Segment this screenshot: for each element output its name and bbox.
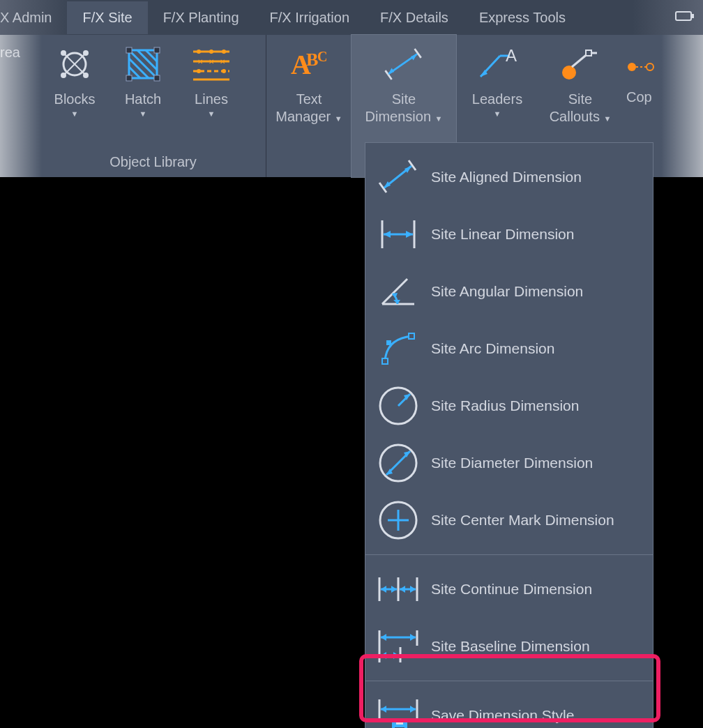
svg-rect-1	[692, 14, 694, 18]
continue-dimension-icon	[375, 566, 421, 612]
lines-label: Lines	[195, 91, 228, 108]
text-manager-button[interactable]: A B C TextManager ▼	[266, 35, 352, 177]
menu-label: Site Linear Dimension	[431, 226, 574, 243]
svg-marker-85	[410, 586, 416, 593]
menu-site-aligned-dimension[interactable]: Site Aligned Dimension	[365, 149, 653, 206]
menu-label: Site Arc Dimension	[431, 340, 554, 357]
lines-icon: ✕✕✕	[189, 42, 234, 86]
baseline-dimension-icon	[375, 623, 421, 669]
svg-rect-66	[386, 340, 391, 345]
tab-fx-irrigation[interactable]: F/X Irrigation	[255, 1, 365, 34]
dropdown-arrow-icon: ▼	[494, 109, 501, 118]
svg-point-48	[647, 63, 653, 70]
svg-marker-94	[393, 652, 399, 659]
svg-rect-65	[409, 333, 414, 339]
menu-site-center-mark-dimension[interactable]: Site Center Mark Dimension	[365, 492, 653, 549]
svg-point-25	[222, 50, 226, 54]
svg-marker-93	[381, 652, 386, 659]
save-dimension-style-icon	[375, 692, 421, 728]
svg-point-47	[628, 63, 636, 71]
svg-marker-58	[384, 231, 391, 238]
hatch-icon	[121, 42, 165, 86]
dropdown-arrow-icon: ▼	[208, 109, 216, 118]
svg-text:B: B	[306, 50, 318, 70]
svg-point-24	[209, 50, 213, 54]
panel-object-library: Blocks ▼	[40, 35, 266, 177]
menu-site-baseline-dimension[interactable]: Site Baseline Dimension	[365, 618, 653, 675]
linear-dimension-icon	[375, 211, 421, 257]
svg-rect-18	[154, 75, 160, 81]
svg-marker-82	[381, 586, 386, 593]
svg-rect-17	[126, 75, 132, 81]
blocks-label: Blocks	[54, 91, 96, 108]
panel-title-object-library: Object Library	[40, 150, 266, 177]
ribbon-tabs: X Admin F/X Site F/X Planting F/X Irriga…	[0, 0, 703, 35]
svg-marker-84	[400, 586, 405, 593]
center-mark-icon	[375, 497, 421, 543]
svg-rect-0	[676, 12, 691, 20]
site-dimension-icon	[381, 42, 426, 86]
menu-site-angular-dimension[interactable]: Site Angular Dimension	[365, 263, 653, 320]
menu-label: Site Baseline Dimension	[431, 638, 590, 655]
menu-site-radius-dimension[interactable]: Site Radius Dimension	[365, 377, 653, 434]
svg-rect-15	[126, 47, 132, 53]
svg-marker-38	[411, 54, 417, 60]
blocks-button[interactable]: Blocks ▼	[40, 35, 109, 150]
tab-fx-planting[interactable]: F/X Planting	[148, 1, 255, 34]
menu-save-dimension-style[interactable]: Save Dimension Style	[365, 687, 653, 728]
svg-text:C: C	[317, 49, 327, 64]
svg-marker-98	[381, 706, 386, 713]
menu-site-linear-dimension[interactable]: Site Linear Dimension	[365, 206, 653, 263]
lines-button[interactable]: ✕✕✕ Lines ▼	[177, 35, 245, 150]
menu-label: Site Continue Dimension	[431, 581, 592, 598]
diameter-dimension-icon	[375, 440, 421, 486]
radius-dimension-icon	[375, 383, 421, 429]
menu-site-diameter-dimension[interactable]: Site Diameter Dimension	[365, 434, 653, 492]
site-callouts-icon	[558, 42, 603, 86]
menu-site-continue-dimension[interactable]: Site Continue Dimension	[365, 561, 653, 618]
tab-fx-details[interactable]: F/X Details	[365, 1, 464, 34]
hatch-label: Hatch	[125, 91, 161, 108]
dropdown-arrow-icon: ▼	[71, 109, 79, 118]
tab-fx-site[interactable]: F/X Site	[67, 1, 147, 34]
site-callouts-label: SiteCallouts ▼	[550, 91, 612, 126]
leaders-icon: A	[475, 42, 520, 86]
svg-text:A: A	[506, 46, 517, 65]
svg-text:✕: ✕	[220, 58, 225, 66]
svg-point-23	[197, 50, 201, 54]
menu-label: Save Dimension Style	[431, 707, 574, 724]
tab-express-tools[interactable]: Express Tools	[464, 1, 581, 34]
svg-marker-37	[388, 68, 394, 74]
aligned-dimension-icon	[375, 154, 421, 200]
svg-rect-64	[382, 358, 388, 364]
svg-point-29	[197, 69, 201, 73]
left-truncated-label: rea	[0, 35, 40, 177]
svg-rect-16	[154, 47, 160, 53]
svg-marker-83	[391, 586, 397, 593]
svg-text:✕: ✕	[209, 58, 214, 66]
site-dimension-flyout: Site Aligned Dimension Site Linear Dimen…	[365, 142, 653, 728]
text-manager-icon: A B C	[287, 42, 331, 86]
svg-marker-99	[410, 706, 416, 713]
blocks-icon	[52, 42, 97, 86]
menu-label: Site Radius Dimension	[431, 397, 579, 414]
svg-marker-90	[381, 634, 386, 641]
angular-dimension-icon	[375, 268, 421, 314]
tab-admin[interactable]: X Admin	[0, 1, 67, 34]
svg-point-43	[562, 66, 576, 79]
svg-point-30	[222, 69, 226, 73]
text-manager-label: TextManager ▼	[275, 91, 342, 126]
menu-label: Site Angular Dimension	[431, 283, 583, 300]
dropdown-arrow-icon: ▼	[139, 109, 147, 118]
menu-site-arc-dimension[interactable]: Site Arc Dimension	[365, 320, 653, 377]
site-dimension-label: SiteDimension ▼	[365, 91, 443, 126]
arc-dimension-icon	[375, 326, 421, 372]
menu-label: Site Center Mark Dimension	[431, 512, 614, 529]
svg-marker-59	[406, 231, 413, 238]
menu-label: Site Aligned Dimension	[431, 169, 582, 185]
hatch-button[interactable]: Hatch ▼	[109, 35, 177, 150]
right-truncated-label: Cop	[626, 89, 654, 105]
svg-text:✕: ✕	[197, 58, 203, 66]
battery-icon	[675, 10, 696, 25]
svg-rect-101	[396, 719, 403, 725]
